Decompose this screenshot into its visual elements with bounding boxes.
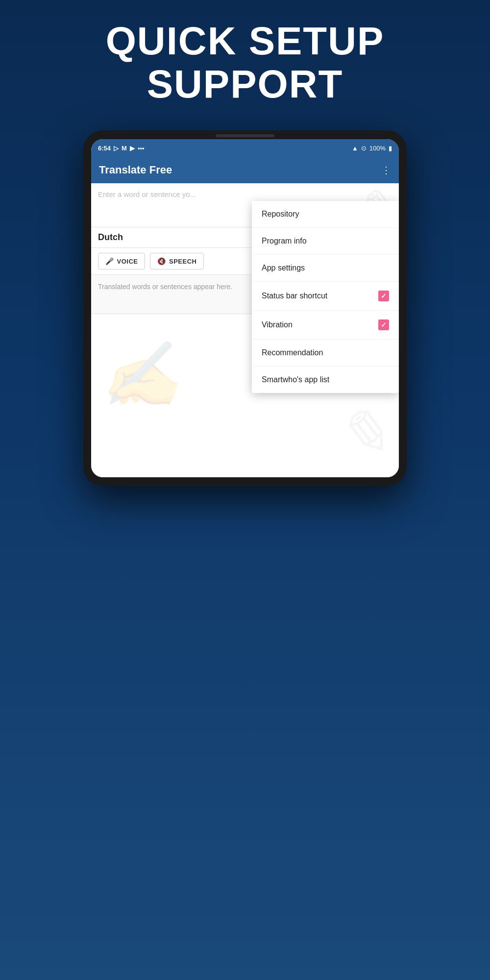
- phone-notch: [216, 134, 274, 137]
- language-name: Dutch: [98, 232, 123, 243]
- speech-label: SPEECH: [169, 258, 196, 265]
- menu-item-app-settings-label: App settings: [262, 264, 305, 272]
- dropdown-menu: Repository Program info App settings Sta…: [252, 201, 399, 393]
- checkmark-icon: ✓: [381, 292, 387, 300]
- menu-item-smartwho-app-list-label: Smartwho's app list: [262, 375, 329, 384]
- alarm-icon: ⊙: [361, 145, 367, 152]
- app-bar-title: Translate Free: [99, 164, 172, 176]
- more-icon: •••: [138, 145, 145, 152]
- menu-item-repository-label: Repository: [262, 210, 299, 219]
- status-bar-right: ▲ ⊙ 100% ▮: [352, 145, 392, 152]
- menu-item-recommendation[interactable]: Recommendation: [252, 340, 399, 367]
- status-bar-shortcut-checkbox[interactable]: ✓: [378, 291, 389, 301]
- vibration-checkbox[interactable]: ✓: [378, 319, 389, 330]
- status-bar-left: 6:54 ▷ M ▶ •••: [98, 145, 145, 152]
- youtube-icon: ▶: [130, 145, 135, 152]
- status-bar: 6:54 ▷ M ▶ ••• ▲ ⊙ 100% ▮: [91, 139, 399, 157]
- status-time: 6:54: [98, 145, 111, 152]
- app-bar: Translate Free ⋮: [91, 157, 399, 183]
- watermark-2: ✎: [336, 396, 389, 461]
- battery-percent: 100%: [369, 145, 386, 152]
- voice-label: VOICE: [117, 258, 138, 265]
- voice-button[interactable]: 🎤 VOICE: [98, 253, 145, 270]
- wifi-icon: ▲: [352, 145, 358, 152]
- menu-item-app-settings[interactable]: App settings: [252, 255, 399, 282]
- speech-button[interactable]: 🔇 SPEECH: [150, 253, 204, 270]
- phone-wrapper: 6:54 ▷ M ▶ ••• ▲ ⊙ 100% ▮ Translate Free…: [0, 121, 490, 486]
- input-placeholder: Enter a word or sentence yo...: [98, 190, 196, 198]
- battery-icon: ▮: [389, 145, 392, 152]
- app-content: Enter a word or sentence yo... ✎ Dutch ▼…: [91, 183, 399, 477]
- watermark-1: ✍: [101, 338, 180, 412]
- phone-screen: 6:54 ▷ M ▶ ••• ▲ ⊙ 100% ▮ Translate Free…: [91, 139, 399, 477]
- speaker-off-icon: 🔇: [157, 257, 166, 265]
- menu-item-status-bar-shortcut[interactable]: Status bar shortcut ✓: [252, 282, 399, 311]
- menu-item-program-info[interactable]: Program info: [252, 228, 399, 255]
- overflow-menu-icon[interactable]: ⋮: [381, 164, 391, 176]
- page-title-area: QUICK SETUP SUPPORT: [0, 0, 490, 121]
- menu-item-program-info-label: Program info: [262, 237, 307, 245]
- menu-item-status-bar-shortcut-label: Status bar shortcut: [262, 292, 327, 300]
- menu-item-recommendation-label: Recommendation: [262, 348, 323, 357]
- menu-item-repository[interactable]: Repository: [252, 201, 399, 228]
- play-icon: ▷: [114, 145, 119, 152]
- mail-icon: M: [122, 145, 127, 152]
- menu-item-smartwho-app-list[interactable]: Smartwho's app list: [252, 367, 399, 393]
- microphone-icon: 🎤: [105, 257, 114, 265]
- vibration-checkmark-icon: ✓: [381, 321, 387, 329]
- menu-item-vibration[interactable]: Vibration ✓: [252, 311, 399, 340]
- menu-item-vibration-label: Vibration: [262, 320, 293, 329]
- page-title: QUICK SETUP SUPPORT: [39, 20, 451, 106]
- phone-device: 6:54 ▷ M ▶ ••• ▲ ⊙ 100% ▮ Translate Free…: [83, 130, 407, 486]
- output-placeholder: Translated words or sentences appear her…: [98, 283, 232, 291]
